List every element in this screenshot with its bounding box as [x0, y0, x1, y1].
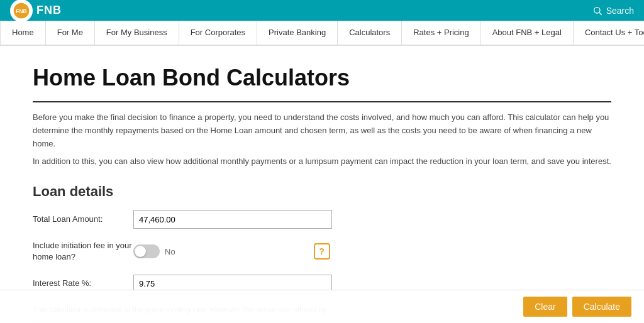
search-icon [592, 6, 602, 16]
description-1: Before you make the final decision to fi… [33, 111, 611, 150]
page-title: Home Loan Bond Calculators [33, 65, 611, 91]
bottom-action-bar: Clear Calculate [0, 290, 644, 323]
nav-for-me[interactable]: For Me [46, 21, 95, 45]
main-content: Home Loan Bond Calculators Before you ma… [0, 46, 644, 323]
initiation-toggle[interactable] [133, 244, 160, 258]
loan-details-heading: Loan details [33, 183, 611, 200]
interest-rate-label: Interest Rate %: [33, 278, 133, 289]
loan-amount-label: Total Loan Amount: [33, 214, 133, 225]
initiation-fee-row: Include initiation fee in your home loan… [33, 240, 611, 263]
nav-private-banking[interactable]: Private Banking [257, 21, 338, 45]
nav-home[interactable]: Home [0, 21, 46, 45]
top-bar: FNB FNB Search [0, 0, 644, 21]
nav-for-my-business[interactable]: For My Business [95, 21, 179, 45]
nav-bar: Home For Me For My Business For Corporat… [0, 21, 644, 46]
initiation-fee-label: Include initiation fee in your home loan… [33, 240, 133, 263]
nav-calculators[interactable]: Calculators [338, 21, 402, 45]
toggle-status-text: No [165, 247, 175, 256]
loan-amount-input[interactable] [133, 210, 332, 229]
nav-rates-pricing[interactable]: Rates + Pricing [402, 21, 481, 45]
fnb-brand-text: FNB [36, 4, 62, 17]
fnb-logo-icon: FNB [13, 3, 30, 19]
nav-about-fnb[interactable]: About FNB + Legal [481, 21, 574, 45]
svg-point-2 [594, 7, 599, 13]
svg-text:FNB: FNB [16, 8, 26, 14]
nav-contact-us[interactable]: Contact Us + Tools [574, 21, 644, 45]
svg-line-3 [599, 13, 602, 15]
logo-circle: FNB [10, 0, 33, 22]
calculate-button[interactable]: Calculate [572, 297, 631, 317]
description-2: In addition to this, you can also view h… [33, 155, 611, 168]
loan-amount-row: Total Loan Amount: [33, 210, 611, 229]
search-label: Search [606, 6, 634, 16]
logo-area: FNB FNB [10, 0, 62, 22]
title-divider [33, 101, 611, 102]
clear-button[interactable]: Clear [523, 297, 567, 317]
toggle-knob [135, 246, 146, 257]
toggle-wrapper: No [133, 244, 175, 258]
nav-for-corporates[interactable]: For Corporates [179, 21, 257, 45]
help-button[interactable]: ? [314, 243, 330, 260]
search-button[interactable]: Search [592, 6, 634, 16]
